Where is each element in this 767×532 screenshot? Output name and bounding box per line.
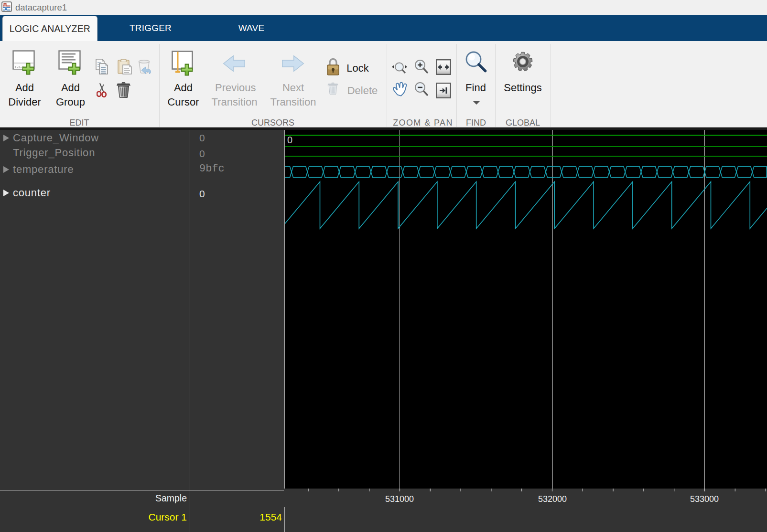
- svg-text:0: 0: [287, 135, 292, 145]
